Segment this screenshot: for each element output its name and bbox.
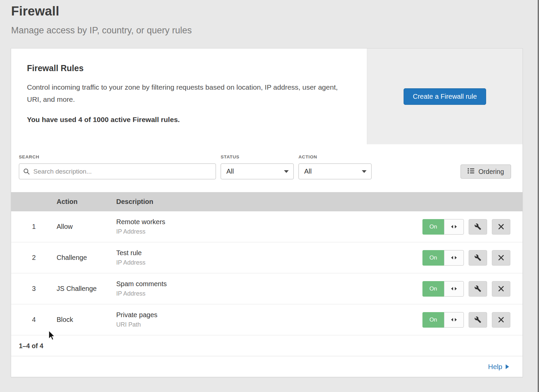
rule-description-cell: Private pages URI Path — [116, 311, 421, 328]
page-header: Firewall Manage access by IP, country, o… — [0, 0, 538, 36]
rule-description-cell: Spam comments IP Address — [116, 280, 421, 297]
search-input[interactable] — [19, 163, 216, 179]
toggle-on-label: On — [422, 250, 444, 266]
rule-toggle[interactable]: On — [422, 281, 464, 297]
search-filter: SEARCH — [19, 154, 216, 179]
rule-description-cell: Test rule IP Address — [116, 249, 421, 266]
ordering-button[interactable]: Ordering — [461, 164, 511, 179]
firewall-page: Firewall Manage access by IP, country, o… — [0, 0, 539, 392]
toggle-arrows-icon — [451, 256, 457, 260]
ordering-button-label: Ordering — [478, 168, 504, 176]
panel-action-area: Create a Firewall rule — [367, 49, 522, 144]
toggle-arrows-icon — [451, 225, 457, 229]
x-icon — [498, 286, 504, 292]
x-icon — [498, 255, 504, 261]
page-subtitle: Manage access by IP, country, or query r… — [11, 25, 538, 36]
table-row: 1 Allow Remote workers IP Address On — [11, 211, 522, 242]
create-firewall-rule-button[interactable]: Create a Firewall rule — [404, 88, 486, 105]
help-link-label: Help — [488, 363, 502, 371]
toggle-handle[interactable] — [444, 219, 464, 235]
help-row: Help — [11, 356, 522, 377]
rule-toggle[interactable]: On — [422, 250, 464, 266]
table-row: 3 JS Challenge Spam comments IP Address … — [11, 273, 522, 304]
filters-bar: SEARCH STATUS All ACTION All — [11, 144, 522, 192]
toggle-on-label: On — [422, 219, 444, 235]
toggle-arrows-icon — [451, 318, 457, 322]
status-filter: STATUS All — [221, 154, 294, 179]
x-icon — [498, 224, 504, 230]
rule-toggle[interactable]: On — [422, 312, 464, 328]
status-select-value: All — [226, 168, 234, 175]
toggle-on-label: On — [422, 281, 444, 297]
ordering-icon — [468, 168, 475, 176]
search-icon — [23, 168, 30, 176]
search-box — [19, 163, 216, 179]
firewall-rules-panel: Firewall Rules Control incoming traffic … — [11, 49, 522, 144]
panel-info: Firewall Rules Control incoming traffic … — [11, 49, 367, 144]
toggle-handle[interactable] — [444, 250, 464, 266]
status-select[interactable]: All — [221, 163, 294, 179]
panel-description: Control incoming traffic to your zone by… — [27, 81, 347, 105]
rule-type: URI Path — [116, 321, 421, 328]
delete-rule-button[interactable] — [492, 219, 510, 235]
wrench-icon — [474, 223, 481, 230]
rule-action: Block — [57, 316, 116, 324]
rule-controls: On — [421, 219, 522, 235]
rule-index: 3 — [11, 285, 57, 293]
rule-description: Remote workers — [116, 218, 421, 226]
toggle-arrows-icon — [451, 287, 457, 291]
edit-rule-button[interactable] — [469, 250, 487, 266]
chevron-down-icon — [284, 170, 289, 173]
action-label: ACTION — [298, 154, 372, 159]
rule-index: 4 — [11, 316, 57, 324]
wrench-icon — [474, 316, 481, 323]
rule-description: Private pages — [116, 311, 421, 319]
x-icon — [498, 317, 504, 323]
wrench-icon — [474, 285, 481, 292]
firewall-rules-card: Firewall Rules Control incoming traffic … — [11, 48, 523, 377]
rule-action: Challenge — [57, 254, 116, 262]
edit-rule-button[interactable] — [469, 219, 487, 235]
usage-text: You have used 4 of 1000 active Firewall … — [27, 116, 353, 124]
delete-rule-button[interactable] — [492, 312, 510, 328]
status-label: STATUS — [221, 154, 294, 159]
column-action: Action — [57, 198, 116, 206]
toggle-on-label: On — [422, 312, 444, 328]
action-select[interactable]: All — [298, 163, 372, 179]
rules-table: Action Description 1 Allow Remote worker… — [11, 192, 522, 335]
rule-description: Spam comments — [116, 280, 421, 288]
table-row: 2 Challenge Test rule IP Address On — [11, 242, 522, 273]
action-filter: ACTION All — [298, 154, 372, 179]
rule-type: IP Address — [116, 259, 421, 266]
page-title: Firewall — [11, 4, 538, 19]
toggle-handle[interactable] — [444, 281, 464, 297]
edit-rule-button[interactable] — [469, 281, 487, 297]
rule-controls: On — [421, 281, 522, 297]
panel-title: Firewall Rules — [27, 63, 353, 73]
rule-type: IP Address — [116, 290, 421, 297]
rule-controls: On — [421, 250, 522, 266]
rule-action: JS Challenge — [57, 285, 116, 293]
rule-description-cell: Remote workers IP Address — [116, 218, 421, 235]
toggle-handle[interactable] — [444, 312, 464, 328]
search-label: SEARCH — [19, 154, 216, 159]
delete-rule-button[interactable] — [492, 250, 510, 266]
help-arrow-icon — [506, 364, 509, 369]
rule-index: 2 — [11, 254, 57, 262]
rule-type: IP Address — [116, 228, 421, 235]
help-link[interactable]: Help — [488, 363, 509, 371]
pagination-text: 1–4 of 4 — [11, 335, 522, 356]
wrench-icon — [474, 254, 481, 261]
rule-index: 1 — [11, 223, 57, 231]
rule-action: Allow — [57, 223, 116, 231]
table-header: Action Description — [11, 192, 522, 211]
rule-controls: On — [421, 312, 522, 328]
edit-rule-button[interactable] — [469, 312, 487, 328]
column-description: Description — [116, 198, 421, 206]
action-select-value: All — [304, 168, 312, 175]
rule-description: Test rule — [116, 249, 421, 257]
chevron-down-icon — [362, 170, 367, 173]
table-row: 4 Block Private pages URI Path On — [11, 304, 522, 335]
delete-rule-button[interactable] — [492, 281, 510, 297]
rule-toggle[interactable]: On — [422, 219, 464, 235]
